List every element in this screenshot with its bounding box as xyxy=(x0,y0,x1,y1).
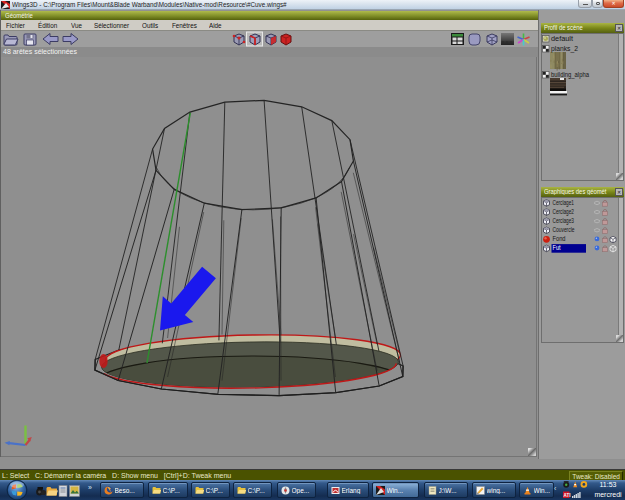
svg-text:‹: ‹ xyxy=(554,485,557,492)
svg-text:planks_2: planks_2 xyxy=(551,45,578,53)
svg-text:default: default xyxy=(551,35,573,42)
svg-text:Couvercle: Couvercle xyxy=(553,226,575,233)
svg-text:Cerclage2: Cerclage2 xyxy=(553,208,575,216)
svg-text:building_alpha: building_alpha xyxy=(551,71,589,79)
svg-text:Fond: Fond xyxy=(553,235,566,242)
svg-text:Fut: Fut xyxy=(553,244,561,251)
svg-text:Cerclage1: Cerclage1 xyxy=(553,199,575,207)
svg-text:Cerclage3: Cerclage3 xyxy=(553,217,575,225)
svg-text:»: » xyxy=(88,484,92,491)
svg-text:ATI: ATI xyxy=(564,493,571,498)
